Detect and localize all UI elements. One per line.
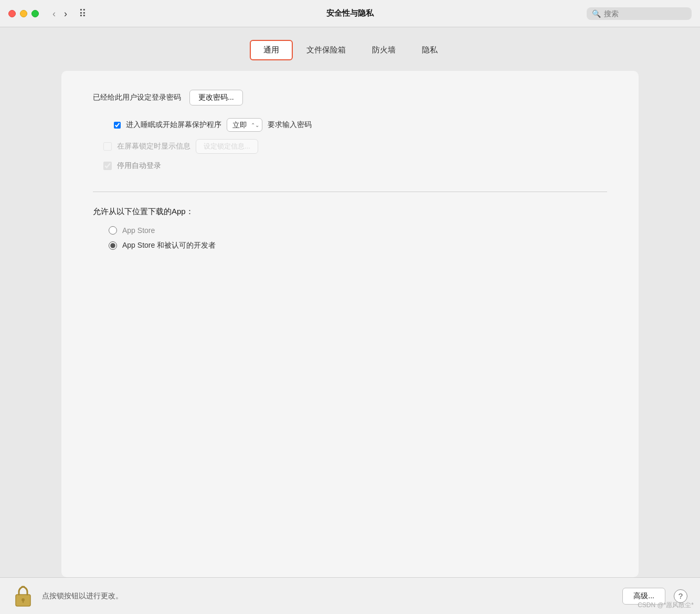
disable-auto-login-label: 停用自动登录 [117, 161, 161, 171]
immediately-select-wrapper: 立即 [227, 118, 262, 132]
radio-group: App Store App Store 和被认可的开发者 [109, 226, 607, 250]
disable-auto-login-checkbox[interactable] [103, 162, 112, 170]
traffic-lights [8, 10, 39, 17]
forward-button[interactable]: › [61, 8, 70, 19]
radio-appstore-dev[interactable] [109, 241, 117, 250]
tabs: 通用 文件保险箱 防火墙 隐私 [250, 40, 450, 60]
immediately-select[interactable]: 立即 [227, 118, 262, 132]
radio-row-appstore: App Store [109, 226, 607, 235]
radio-appstore-dev-label: App Store 和被认可的开发者 [122, 241, 216, 250]
password-section: 已经给此用户设定登录密码 更改密码... [93, 90, 607, 105]
radio-row-appstore-dev: App Store 和被认可的开发者 [109, 241, 607, 250]
window-title: 安全性与隐私 [326, 8, 374, 18]
main-content: 通用 文件保险箱 防火墙 隐私 已经给此用户设定登录密码 更改密码... 进入睡… [0, 27, 700, 577]
auto-login-row: 停用自动登录 [103, 161, 607, 171]
sleep-label: 进入睡眠或开始屏幕保护程序 [126, 120, 221, 130]
lock-svg [14, 585, 33, 607]
lock-message-row: 在屏幕锁定时显示信息 设定锁定信息... [103, 139, 607, 154]
show-message-checkbox[interactable] [103, 142, 112, 151]
titlebar: ‹ › ⠿ 安全性与隐私 🔍 [0, 0, 700, 27]
search-input[interactable] [604, 9, 686, 18]
svg-rect-2 [23, 600, 24, 603]
search-box: 🔍 [587, 7, 692, 20]
divider [93, 192, 607, 192]
bottom-bar: 点按锁按钮以进行更改。 高级... ? [0, 577, 700, 614]
tab-privacy[interactable]: 隐私 [409, 40, 450, 60]
maximize-button[interactable] [31, 10, 39, 17]
nav-buttons: ‹ › [49, 8, 70, 19]
set-lock-message-button: 设定锁定信息... [196, 139, 258, 154]
sleep-checkbox[interactable] [114, 122, 121, 129]
minimize-button[interactable] [20, 10, 27, 17]
search-icon: 🔍 [592, 9, 601, 18]
grid-icon: ⠿ [79, 7, 87, 20]
allow-apps-label: 允许从以下位置下载的App： [93, 207, 607, 217]
settings-panel: 已经给此用户设定登录密码 更改密码... 进入睡眠或开始屏幕保护程序 立即 要求… [61, 71, 639, 577]
watermark: CSDN @*愿风散尘* [638, 601, 694, 610]
lock-icon[interactable] [13, 585, 34, 608]
change-password-button[interactable]: 更改密码... [189, 90, 243, 105]
radio-appstore[interactable] [109, 226, 117, 235]
show-message-label: 在屏幕锁定时显示信息 [117, 142, 190, 151]
require-password-label: 要求输入密码 [268, 120, 312, 130]
tab-general[interactable]: 通用 [250, 40, 293, 60]
password-label: 已经给此用户设定登录密码 [93, 93, 181, 102]
lock-status-label: 点按锁按钮以进行更改。 [42, 591, 614, 601]
tab-firewall[interactable]: 防火墙 [359, 40, 408, 60]
back-button[interactable]: ‹ [49, 8, 59, 19]
close-button[interactable] [8, 10, 16, 17]
tab-filevault[interactable]: 文件保险箱 [294, 40, 358, 60]
radio-appstore-label: App Store [122, 226, 155, 235]
sleep-row: 进入睡眠或开始屏幕保护程序 立即 要求输入密码 [114, 118, 607, 132]
